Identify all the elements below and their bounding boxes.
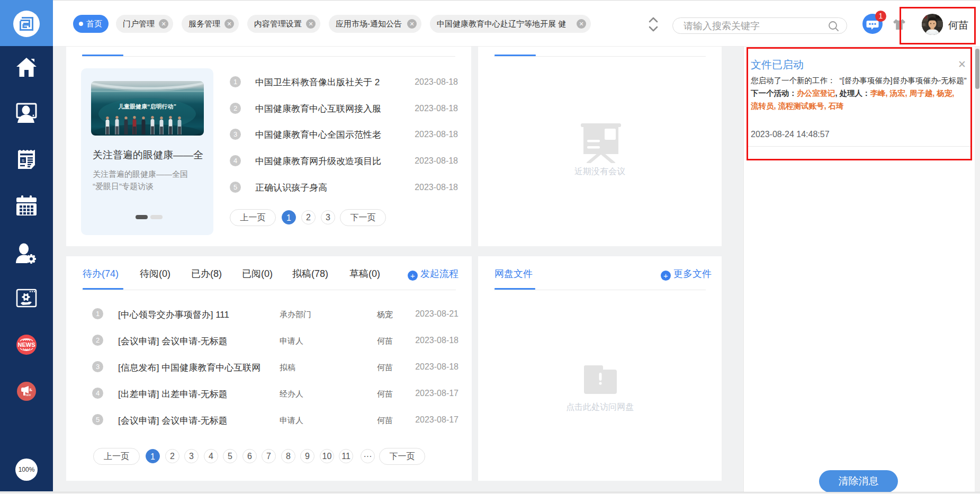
svg-text:NEW: NEW — [25, 394, 31, 397]
svg-text:儿童眼健康“启明行动”: 儿童眼健康“启明行动” — [118, 103, 176, 110]
svg-text:NEWS: NEWS — [18, 342, 35, 348]
svg-text:S: S — [22, 158, 24, 163]
